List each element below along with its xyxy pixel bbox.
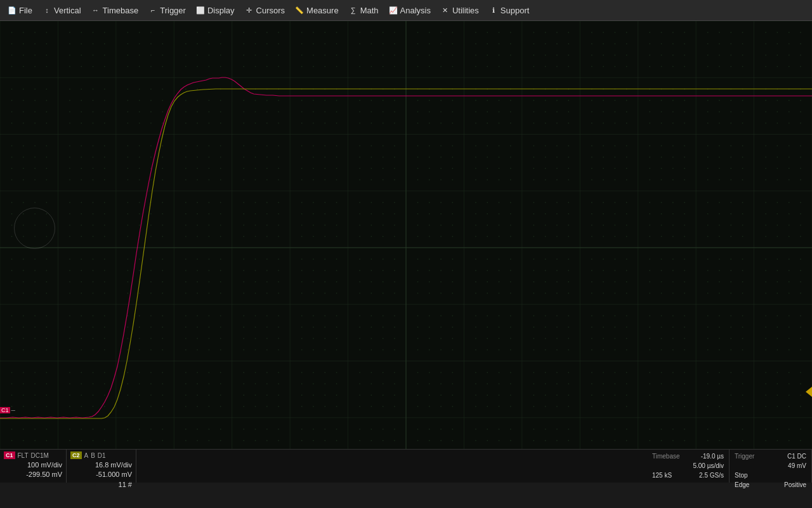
menu-cursors[interactable]: ✛ Cursors: [240, 3, 291, 18]
trigger-ch: C1 DC: [787, 451, 806, 461]
timebase-val3: 125 kS: [652, 471, 672, 480]
menu-support[interactable]: ℹ Support: [484, 3, 535, 18]
measure-icon: 📏: [295, 6, 304, 15]
ch1-label1: FLT: [18, 452, 29, 459]
timebase-val1: -19.0 µs: [701, 451, 724, 461]
scope-arrow-marker: [806, 387, 812, 397]
menu-display[interactable]: ⬜ Display: [191, 3, 240, 18]
menu-timebase[interactable]: ↔ Timebase: [86, 3, 144, 18]
menu-utilities[interactable]: ✕ Utilities: [436, 3, 484, 18]
ch2-label1: A: [84, 452, 89, 459]
menu-measure[interactable]: 📏 Measure: [290, 3, 344, 18]
scope-circle-marker: [14, 208, 55, 249]
display-icon: ⬜: [196, 6, 205, 15]
trigger-val3: Edge: [735, 480, 749, 490]
ch2-badge: C2: [70, 451, 82, 459]
trigger-icon: ⌐: [148, 6, 157, 15]
timebase-label: Timebase: [652, 451, 680, 461]
trigger-val1: 49 mV: [788, 461, 806, 471]
menu-trigger[interactable]: ⌐ Trigger: [143, 3, 191, 18]
vertical-icon: ↕: [43, 6, 51, 15]
support-icon: ℹ: [489, 6, 498, 15]
utilities-icon: ✕: [441, 6, 450, 15]
waveform-svg: [0, 21, 812, 474]
menu-file[interactable]: 📄 File: [3, 3, 37, 18]
trigger-val2: Stop: [735, 471, 748, 480]
ch2-val3: 11 #: [70, 480, 132, 490]
math-icon: ∑: [349, 6, 358, 15]
timebase-val4: 2.5 GS/s: [699, 471, 724, 480]
analysis-icon: 📈: [389, 6, 398, 15]
menu-analysis[interactable]: 📈 Analysis: [384, 3, 436, 18]
trigger-label: Trigger: [735, 451, 754, 461]
ch1-val1: 100 mV/div: [4, 460, 62, 470]
c1-badge: C1: [0, 407, 10, 413]
cursors-icon: ✛: [245, 6, 254, 15]
ch1-badge: C1: [4, 451, 15, 459]
ch2-status-block[interactable]: C2 A B D1 16.8 mV/div -51.000 mV 11 #: [67, 450, 136, 483]
trigger-status-block[interactable]: Trigger C1 DC 49 mV Stop Edge Positive: [730, 450, 812, 483]
status-bar: C1 FLT DC1M 100 mV/div -299.50 mV C2 A B…: [0, 449, 812, 483]
ch2-val1: 16.8 mV/div: [70, 460, 132, 470]
ch2-label3: D1: [98, 452, 106, 459]
ch2-val2: -51.000 mV: [70, 470, 132, 479]
menu-vertical[interactable]: ↕ Vertical: [37, 3, 86, 18]
timebase-icon: ↔: [91, 6, 100, 15]
ch1-status-block[interactable]: C1 FLT DC1M 100 mV/div -299.50 mV: [0, 450, 67, 483]
scope-display: C1 ─: [0, 21, 812, 474]
ch1-label2: DC1M: [31, 452, 49, 459]
timebase-status-block[interactable]: Timebase -19.0 µs 5.00 µs/div 125 kS 2.5…: [647, 450, 730, 483]
trigger-val4: Positive: [784, 480, 806, 490]
timebase-val2: 5.00 µs/div: [693, 461, 724, 471]
ch2-label2: B: [91, 452, 95, 459]
ch1-val2: -299.50 mV: [4, 470, 62, 479]
menu-math[interactable]: ∑ Math: [344, 3, 384, 18]
c1-axis-marker: C1 ─: [0, 407, 15, 413]
file-icon: 📄: [8, 6, 16, 15]
menubar: 📄 File ↕ Vertical ↔ Timebase ⌐ Trigger ⬜…: [0, 0, 812, 21]
